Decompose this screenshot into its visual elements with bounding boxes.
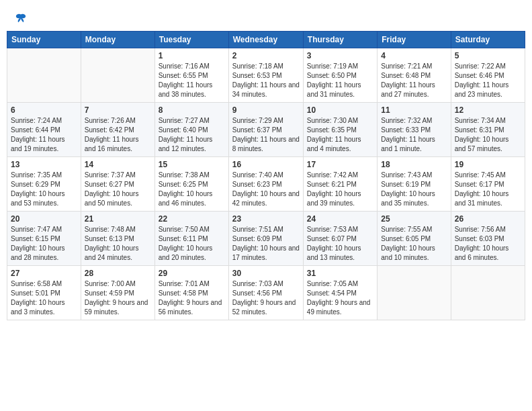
day-info: Sunrise: 7:30 AMSunset: 6:35 PMDaylight:…	[307, 116, 373, 154]
day-info: Sunrise: 7:01 AMSunset: 4:58 PMDaylight:…	[159, 279, 225, 317]
day-info: Sunrise: 7:00 AMSunset: 4:59 PMDaylight:…	[85, 279, 151, 317]
calendar-week-4: 20Sunrise: 7:47 AMSunset: 6:15 PMDayligh…	[7, 212, 525, 266]
day-number: 2	[232, 51, 300, 60]
calendar-cell: 4Sunrise: 7:21 AMSunset: 6:48 PMDaylight…	[378, 48, 451, 103]
header-day-thursday: Thursday	[303, 32, 377, 48]
calendar-cell: 8Sunrise: 7:27 AMSunset: 6:40 PMDaylight…	[154, 103, 228, 157]
day-number: 4	[381, 51, 447, 60]
day-info: Sunrise: 7:43 AMSunset: 6:19 PMDaylight:…	[381, 171, 447, 208]
day-number: 24	[307, 214, 373, 224]
day-info: Sunrise: 7:45 AMSunset: 6:17 PMDaylight:…	[455, 171, 521, 208]
day-info: Sunrise: 7:47 AMSunset: 6:15 PMDaylight:…	[11, 225, 77, 263]
calendar-cell: 10Sunrise: 7:30 AMSunset: 6:35 PMDayligh…	[303, 103, 377, 157]
calendar-cell: 23Sunrise: 7:51 AMSunset: 6:09 PMDayligh…	[228, 212, 303, 266]
day-number: 17	[307, 160, 373, 169]
day-number: 20	[11, 214, 77, 224]
calendar-cell	[451, 266, 525, 320]
calendar-cell: 14Sunrise: 7:37 AMSunset: 6:27 PMDayligh…	[81, 157, 154, 212]
day-number: 9	[232, 105, 300, 115]
calendar-cell: 13Sunrise: 7:35 AMSunset: 6:29 PMDayligh…	[7, 157, 81, 212]
day-number: 31	[307, 269, 373, 278]
calendar-cell: 18Sunrise: 7:43 AMSunset: 6:19 PMDayligh…	[378, 157, 451, 212]
calendar-week-3: 13Sunrise: 7:35 AMSunset: 6:29 PMDayligh…	[7, 157, 525, 212]
calendar-cell: 21Sunrise: 7:48 AMSunset: 6:13 PMDayligh…	[81, 212, 154, 266]
calendar-cell: 11Sunrise: 7:32 AMSunset: 6:33 PMDayligh…	[378, 103, 451, 157]
calendar-cell: 26Sunrise: 7:56 AMSunset: 6:03 PMDayligh…	[451, 212, 525, 266]
day-info: Sunrise: 7:24 AMSunset: 6:44 PMDaylight:…	[11, 116, 77, 154]
day-info: Sunrise: 7:51 AMSunset: 6:09 PMDaylight:…	[232, 225, 300, 263]
day-info: Sunrise: 7:27 AMSunset: 6:40 PMDaylight:…	[159, 116, 225, 154]
calendar-cell: 2Sunrise: 7:18 AMSunset: 6:53 PMDaylight…	[228, 48, 303, 103]
day-info: Sunrise: 7:40 AMSunset: 6:23 PMDaylight:…	[232, 171, 300, 208]
day-info: Sunrise: 7:26 AMSunset: 6:42 PMDaylight:…	[85, 116, 151, 154]
day-number: 10	[307, 105, 373, 115]
calendar-cell	[81, 48, 154, 103]
calendar-cell: 16Sunrise: 7:40 AMSunset: 6:23 PMDayligh…	[228, 157, 303, 212]
calendar-table: SundayMondayTuesdayWednesdayThursdayFrid…	[7, 31, 525, 320]
calendar-cell: 30Sunrise: 7:03 AMSunset: 4:56 PMDayligh…	[228, 266, 303, 320]
day-info: Sunrise: 7:22 AMSunset: 6:46 PMDaylight:…	[455, 62, 521, 99]
day-info: Sunrise: 7:03 AMSunset: 4:56 PMDaylight:…	[232, 279, 300, 317]
header-day-wednesday: Wednesday	[228, 32, 303, 48]
day-number: 27	[11, 269, 77, 278]
day-number: 3	[307, 51, 373, 60]
day-info: Sunrise: 7:50 AMSunset: 6:11 PMDaylight:…	[159, 225, 225, 263]
calendar-cell: 5Sunrise: 7:22 AMSunset: 6:46 PMDaylight…	[451, 48, 525, 103]
day-info: Sunrise: 7:16 AMSunset: 6:55 PMDaylight:…	[159, 62, 225, 99]
day-info: Sunrise: 7:55 AMSunset: 6:05 PMDaylight:…	[381, 225, 447, 263]
header-day-sunday: Sunday	[7, 32, 81, 48]
day-number: 18	[381, 160, 447, 169]
day-number: 30	[232, 269, 300, 278]
calendar-cell: 6Sunrise: 7:24 AMSunset: 6:44 PMDaylight…	[7, 103, 81, 157]
day-info: Sunrise: 7:18 AMSunset: 6:53 PMDaylight:…	[232, 62, 300, 99]
day-number: 23	[232, 214, 300, 224]
calendar-cell: 29Sunrise: 7:01 AMSunset: 4:58 PMDayligh…	[154, 266, 228, 320]
logo-bird-icon	[15, 12, 27, 24]
calendar-week-2: 6Sunrise: 7:24 AMSunset: 6:44 PMDaylight…	[7, 103, 525, 157]
day-number: 25	[381, 214, 447, 224]
calendar-cell: 12Sunrise: 7:34 AMSunset: 6:31 PMDayligh…	[451, 103, 525, 157]
calendar-cell: 20Sunrise: 7:47 AMSunset: 6:15 PMDayligh…	[7, 212, 81, 266]
calendar-week-1: 1Sunrise: 7:16 AMSunset: 6:55 PMDaylight…	[7, 48, 525, 103]
header-day-friday: Friday	[378, 32, 451, 48]
calendar-cell	[378, 266, 451, 320]
day-number: 28	[85, 269, 151, 278]
calendar-cell: 28Sunrise: 7:00 AMSunset: 4:59 PMDayligh…	[81, 266, 154, 320]
day-info: Sunrise: 7:19 AMSunset: 6:50 PMDaylight:…	[307, 62, 373, 99]
day-number: 21	[85, 214, 151, 224]
day-number: 19	[455, 160, 521, 169]
day-info: Sunrise: 7:21 AMSunset: 6:48 PMDaylight:…	[381, 62, 447, 99]
calendar-cell: 25Sunrise: 7:55 AMSunset: 6:05 PMDayligh…	[378, 212, 451, 266]
calendar-cell	[7, 48, 81, 103]
logo	[13, 12, 27, 24]
day-info: Sunrise: 7:32 AMSunset: 6:33 PMDaylight:…	[381, 116, 447, 154]
calendar-cell: 3Sunrise: 7:19 AMSunset: 6:50 PMDaylight…	[303, 48, 377, 103]
day-info: Sunrise: 7:53 AMSunset: 6:07 PMDaylight:…	[307, 225, 373, 263]
day-number: 22	[159, 214, 225, 224]
calendar-cell: 15Sunrise: 7:38 AMSunset: 6:25 PMDayligh…	[154, 157, 228, 212]
day-info: Sunrise: 7:34 AMSunset: 6:31 PMDaylight:…	[455, 116, 521, 154]
day-info: Sunrise: 7:56 AMSunset: 6:03 PMDaylight:…	[455, 225, 521, 263]
day-number: 8	[159, 105, 225, 115]
day-number: 26	[455, 214, 521, 224]
day-info: Sunrise: 7:05 AMSunset: 4:54 PMDaylight:…	[307, 279, 373, 317]
calendar-week-5: 27Sunrise: 6:58 AMSunset: 5:01 PMDayligh…	[7, 266, 525, 320]
calendar-cell: 7Sunrise: 7:26 AMSunset: 6:42 PMDaylight…	[81, 103, 154, 157]
day-number: 7	[85, 105, 151, 115]
day-info: Sunrise: 7:29 AMSunset: 6:37 PMDaylight:…	[232, 116, 300, 154]
day-number: 29	[159, 269, 225, 278]
calendar-cell: 17Sunrise: 7:42 AMSunset: 6:21 PMDayligh…	[303, 157, 377, 212]
day-number: 14	[85, 160, 151, 169]
calendar-cell: 27Sunrise: 6:58 AMSunset: 5:01 PMDayligh…	[7, 266, 81, 320]
calendar-cell: 9Sunrise: 7:29 AMSunset: 6:37 PMDaylight…	[228, 103, 303, 157]
day-number: 13	[11, 160, 77, 169]
day-number: 6	[11, 105, 77, 115]
header-day-tuesday: Tuesday	[154, 32, 228, 48]
header-day-monday: Monday	[81, 32, 154, 48]
header-day-saturday: Saturday	[451, 32, 525, 48]
day-number: 1	[159, 51, 225, 60]
day-info: Sunrise: 7:42 AMSunset: 6:21 PMDaylight:…	[307, 171, 373, 208]
calendar-cell: 22Sunrise: 7:50 AMSunset: 6:11 PMDayligh…	[154, 212, 228, 266]
calendar-cell: 19Sunrise: 7:45 AMSunset: 6:17 PMDayligh…	[451, 157, 525, 212]
calendar-cell: 1Sunrise: 7:16 AMSunset: 6:55 PMDaylight…	[154, 48, 228, 103]
